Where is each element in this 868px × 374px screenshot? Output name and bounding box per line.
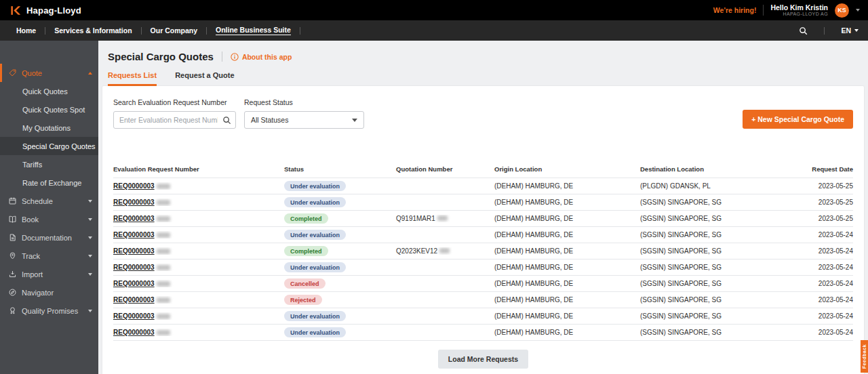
nav-item-home[interactable]: Home — [16, 26, 36, 35]
main-content: Special Cargo Quotes About this app Requ… — [98, 41, 868, 374]
tab-requests-list[interactable]: Requests List — [108, 71, 157, 86]
nav-item-our-company[interactable]: Our Company — [151, 26, 197, 35]
sidebar-item-rate-of-exchange[interactable]: Rate of Exchange — [0, 173, 98, 192]
chevron-down-icon — [352, 119, 357, 122]
status-badge: Under evaluation — [284, 311, 346, 321]
filters-bar: Search Evaluation Request Number Request… — [102, 86, 864, 129]
sidebar-item-label: Quality Promises — [22, 307, 88, 315]
book-icon — [8, 215, 17, 224]
table-row: REQ0000003CompletedQ9191MAR1(DEHAM) HAMB… — [113, 210, 853, 226]
sidebar-item-schedule[interactable]: Schedule — [0, 192, 98, 210]
nav-divider — [141, 27, 142, 35]
nav-items: HomeServices & InformationOur CompanyOnl… — [16, 26, 309, 35]
redacted-text — [157, 216, 170, 222]
sidebar-item-label: Quote — [22, 69, 88, 77]
nav-item-services-information[interactable]: Services & Information — [54, 26, 132, 35]
hiring-link[interactable]: We're hiring! — [713, 6, 757, 14]
request-number-link[interactable]: REQ0000003 — [113, 296, 170, 304]
search-icon[interactable] — [222, 116, 231, 125]
quotation-number: Q9191MAR1 — [396, 215, 494, 222]
avatar[interactable]: KS — [835, 3, 849, 18]
sidebar-item-quote[interactable]: Quote — [0, 64, 98, 82]
new-special-cargo-quote-button[interactable]: + New Special Cargo Quote — [743, 110, 853, 129]
sidebar-item-import[interactable]: Import — [0, 265, 98, 283]
table-row: REQ0000003Under evaluation(DEHAM) HAMBUR… — [113, 194, 853, 210]
redacted-text — [157, 314, 170, 319]
user-greeting: Hello Kim Kristin HAPAG-LLOYD AG — [770, 3, 828, 18]
table-row: REQ0000003Under evaluation(DEHAM) HAMBUR… — [113, 308, 853, 324]
nav-divider — [300, 27, 300, 35]
sidebar-item-book[interactable]: Book — [0, 210, 98, 228]
top-bar: Hapag-Lloyd We're hiring! Hello Kim Kris… — [0, 0, 868, 20]
chevron-down-icon[interactable] — [856, 9, 860, 12]
sidebar-item-quick-quotes[interactable]: Quick Quotes — [0, 82, 98, 100]
sidebar-item-navigator[interactable]: Navigator — [0, 283, 98, 302]
nav-divider — [206, 27, 207, 35]
table-row: REQ0000003CompletedQ2023KEV12(DEHAM) HAM… — [113, 243, 853, 259]
destination-location: (SGSIN) SINGAPORE, SG — [640, 296, 786, 304]
request-number-link[interactable]: REQ0000003 — [113, 280, 170, 287]
destination-location: (SGSIN) SINGAPORE, SG — [640, 231, 786, 238]
redacted-text — [157, 249, 170, 254]
request-number-link[interactable]: REQ0000003 — [113, 182, 170, 190]
status-badge: Rejected — [284, 295, 322, 305]
request-number-link[interactable]: REQ0000003 — [113, 247, 170, 255]
column-header-quotation-number: Quotation Number — [396, 165, 494, 173]
request-number-link[interactable]: REQ0000003 — [113, 199, 170, 206]
page-header: Special Cargo Quotes About this app — [102, 41, 864, 62]
destination-location: (SGSIN) SINGAPORE, SG — [640, 247, 786, 255]
destination-location: (PLGDN) GDANSK, PL — [640, 182, 786, 190]
feedback-tab[interactable]: Feedback — [861, 340, 868, 373]
location-pin-icon — [8, 251, 17, 260]
request-date: 2023-05-24 — [786, 264, 853, 271]
sidebar-item-quick-quotes-spot[interactable]: Quick Quotes Spot — [0, 100, 98, 119]
language-selector[interactable]: EN — [841, 26, 859, 35]
sidebar-item-special-cargo-quotes[interactable]: Special Cargo Quotes — [0, 137, 98, 155]
status-select-value: All Statuses — [251, 116, 288, 124]
chevron-down-icon — [88, 255, 92, 257]
request-number-link[interactable]: REQ0000003 — [113, 312, 170, 320]
divider — [824, 27, 825, 35]
search-label: Search Evaluation Request Number — [113, 98, 236, 106]
search-input[interactable] — [113, 111, 236, 129]
main-nav: HomeServices & InformationOur CompanyOnl… — [0, 20, 868, 41]
request-number-link[interactable]: REQ0000003 — [113, 231, 170, 238]
sidebar-item-label: Schedule — [22, 197, 88, 205]
chevron-down-icon — [88, 200, 92, 203]
destination-location: (SGSIN) SINGAPORE, SG — [640, 215, 786, 222]
table-body: REQ0000003Under evaluation(DEHAM) HAMBUR… — [113, 178, 853, 341]
sidebar-item-track[interactable]: Track — [0, 247, 98, 265]
request-number-link[interactable]: REQ0000003 — [113, 215, 170, 222]
chevron-up-icon — [88, 72, 92, 75]
status-badge: Cancelled — [284, 278, 326, 289]
load-more-button[interactable]: Load More Requests — [438, 350, 528, 369]
status-badge: Completed — [284, 213, 328, 224]
sidebar-item-documentation[interactable]: Documentation — [0, 228, 98, 247]
logo-mark-icon — [9, 5, 22, 16]
tab-request-a-quote[interactable]: Request a Quote — [175, 71, 234, 86]
chevron-down-icon — [854, 29, 859, 32]
tabs: Requests ListRequest a Quote — [102, 62, 864, 86]
table-row: REQ0000003Under evaluation(DEHAM) HAMBUR… — [113, 324, 853, 340]
status-badge: Under evaluation — [284, 327, 346, 337]
sidebar-item-tariffs[interactable]: Tariffs — [0, 155, 98, 173]
sidebar-item-quality-promises[interactable]: Quality Promises — [0, 302, 98, 320]
hapag-lloyd-logo[interactable]: Hapag-Lloyd — [9, 5, 81, 16]
logo-text: Hapag-Lloyd — [26, 5, 81, 16]
column-header-request-date: Request Date — [786, 165, 853, 173]
sidebar: QuoteQuick QuotesQuick Quotes SpotMy Quo… — [0, 41, 98, 374]
status-select[interactable]: All Statuses — [244, 111, 364, 129]
feedback-label: Feedback — [862, 344, 867, 369]
sidebar-item-label: Navigator — [22, 289, 92, 297]
about-this-app-link[interactable]: About this app — [231, 53, 292, 61]
chevron-down-icon — [88, 236, 92, 239]
request-date: 2023-05-24 — [786, 296, 853, 304]
request-number-link[interactable]: REQ0000003 — [113, 329, 170, 336]
request-number-link[interactable]: REQ0000003 — [113, 264, 170, 271]
chevron-down-icon — [88, 310, 92, 312]
search-icon[interactable] — [799, 26, 808, 35]
status-badge: Under evaluation — [284, 262, 346, 272]
info-icon — [231, 53, 239, 61]
sidebar-item-my-quotations[interactable]: My Quotations — [0, 119, 98, 137]
nav-item-online-business-suite[interactable]: Online Business Suite — [216, 26, 291, 35]
